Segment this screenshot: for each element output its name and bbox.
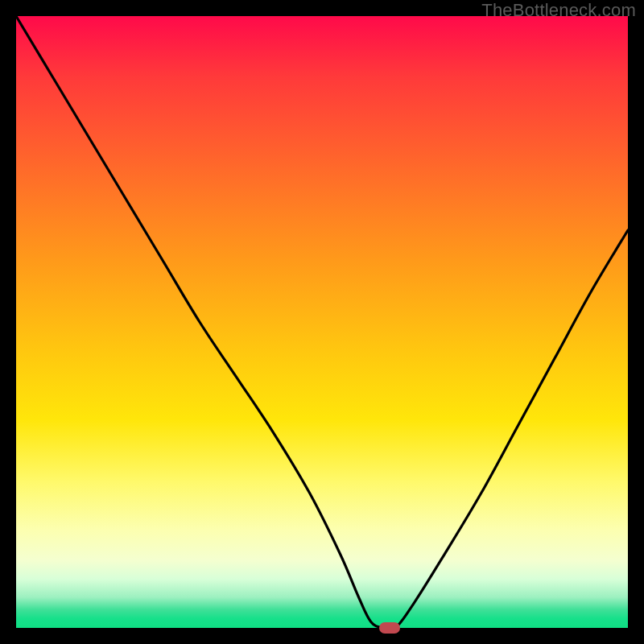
optimal-point-marker (379, 622, 400, 634)
chart-curve-svg (16, 16, 628, 628)
chart-frame (16, 16, 628, 628)
bottleneck-curve-path (16, 16, 628, 630)
